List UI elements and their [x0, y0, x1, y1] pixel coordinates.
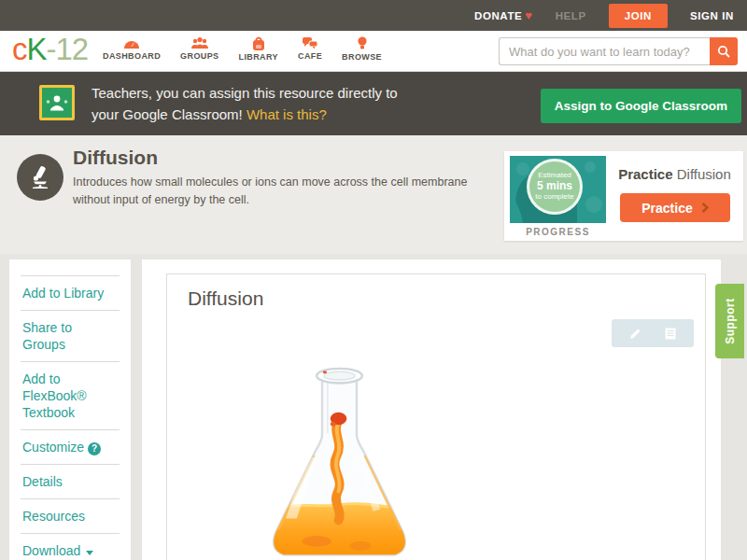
search-icon — [716, 44, 731, 59]
banner-line1: Teachers, you can assign this resource d… — [92, 82, 398, 104]
nav-cafe[interactable]: CAFE — [298, 36, 322, 62]
sidebar-item-download[interactable]: Download — [21, 533, 120, 560]
dashboard-gauge-icon — [122, 36, 141, 49]
customize-label: Customize — [22, 440, 84, 455]
estimated-time-badge: Estimated 5 mins to complete — [527, 159, 583, 215]
sidebar-item-add-to-flexbook[interactable]: Add to FlexBook® Textbook — [21, 361, 120, 429]
help-question-badge-icon[interactable]: ? — [88, 442, 101, 455]
chevron-right-icon — [701, 203, 709, 213]
estimate-line1: Estimated — [529, 171, 580, 179]
search-input[interactable] — [499, 37, 710, 65]
diffusion-flask-image — [253, 357, 426, 560]
join-button[interactable]: JOIN — [609, 4, 668, 28]
practice-card: Estimated 5 mins to complete PROGRESS Pr… — [504, 151, 743, 241]
practice-word: Practice — [618, 166, 672, 182]
practice-thumbnail[interactable]: Estimated 5 mins to complete — [510, 156, 606, 223]
practice-button[interactable]: Practice — [620, 193, 730, 222]
practice-subject: Diffusion — [673, 166, 731, 182]
ck12-logo[interactable]: cK-12 — [12, 32, 88, 67]
groups-people-icon — [190, 36, 209, 49]
sidebar-item-add-to-library[interactable]: Add to Library — [21, 275, 120, 310]
support-tab[interactable]: Support — [715, 284, 744, 358]
lesson-container: Diffusion — [142, 259, 721, 560]
banner-message: Teachers, you can assign this resource d… — [92, 82, 398, 125]
logo-c: c — [12, 32, 27, 66]
google-classroom-icon — [39, 85, 75, 120]
practice-panel: Practice Diffusion Practice — [606, 151, 743, 241]
resource-description: Introduces how small molecules or ions c… — [73, 174, 500, 209]
progress-label: PROGRESS — [504, 227, 612, 237]
microscope-icon — [27, 164, 53, 190]
site-header: cK-12 DASHBOARD GROUPS LIBRARY — [0, 31, 747, 72]
main-nav: DASHBOARD GROUPS LIBRARY CAFE — [103, 36, 382, 62]
library-backpack-icon — [251, 36, 266, 50]
nav-dashboard[interactable]: DASHBOARD — [103, 36, 161, 62]
donate-link[interactable]: DONATE♥ — [474, 8, 533, 22]
banner-line2: your Google Classroom! — [92, 106, 243, 122]
sign-in-link[interactable]: SIGN IN — [690, 10, 734, 21]
lesson-toolbar — [612, 319, 694, 347]
heart-icon: ♥ — [525, 8, 532, 22]
resource-title: Diffusion — [73, 147, 158, 169]
edit-pencil-button[interactable] — [623, 321, 647, 345]
nav-label: LIBRARY — [239, 52, 278, 62]
estimate-line3: to complete — [529, 192, 580, 201]
logo-suffix: -12 — [47, 32, 89, 66]
lesson-title: Diffusion — [188, 287, 263, 310]
nav-label: BROWSE — [342, 52, 382, 62]
top-utility-bar: DONATE♥ HELP JOIN SIGN IN — [0, 0, 747, 31]
estimate-line2: 5 mins — [529, 179, 580, 192]
download-label: Download — [22, 543, 80, 558]
nav-browse[interactable]: BROWSE — [342, 36, 382, 62]
subject-circle — [17, 154, 63, 201]
document-icon — [665, 328, 676, 340]
nav-label: GROUPS — [180, 51, 218, 61]
pencil-icon — [629, 328, 641, 340]
what-is-this-link[interactable]: What is this? — [247, 106, 327, 122]
lesson-panel: Diffusion — [166, 273, 706, 560]
nav-label: CAFE — [298, 51, 322, 61]
nav-label: DASHBOARD — [103, 51, 161, 61]
assign-to-classroom-button[interactable]: Assign to Google Classroom — [541, 89, 741, 123]
sidebar-item-resources[interactable]: Resources — [21, 498, 120, 533]
content-area: Add to Library Share to Groups Add to Fl… — [0, 254, 747, 560]
nav-groups[interactable]: GROUPS — [180, 36, 218, 62]
sidebar-item-customize[interactable]: Customize? — [21, 429, 120, 464]
search-button[interactable] — [710, 37, 738, 65]
search-bar — [499, 37, 738, 65]
nav-library[interactable]: LIBRARY — [239, 36, 278, 62]
sidebar-item-share-to-groups[interactable]: Share to Groups — [21, 310, 120, 361]
browse-bulb-icon — [357, 36, 368, 50]
practice-button-label: Practice — [641, 201, 692, 216]
help-link[interactable]: HELP — [556, 10, 586, 21]
cafe-chat-icon — [302, 36, 318, 49]
practice-title: Practice Diffusion — [606, 166, 743, 182]
notes-button[interactable] — [658, 321, 683, 345]
resource-hero: Diffusion Introduces how small molecules… — [0, 135, 747, 254]
support-tab-label: Support — [724, 298, 737, 344]
download-caret-icon — [86, 551, 93, 555]
action-sidebar: Add to Library Share to Groups Add to Fl… — [9, 259, 131, 560]
google-classroom-banner: Teachers, you can assign this resource d… — [0, 72, 747, 135]
logo-k: K — [27, 32, 47, 66]
sidebar-item-details[interactable]: Details — [21, 464, 120, 498]
